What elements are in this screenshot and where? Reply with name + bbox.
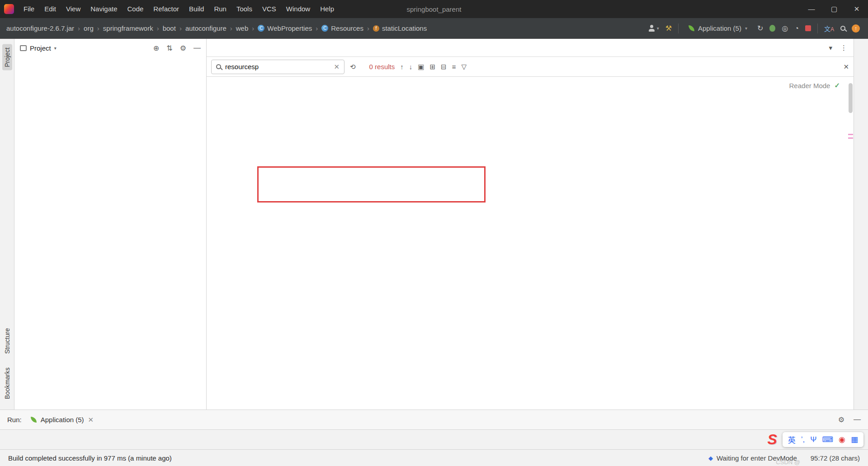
menu-edit[interactable]: Edit [39,0,61,18]
collapse-all-icon[interactable]: ⇅ [166,44,172,52]
sidebar-item-bookmarks[interactable]: Bookmarks [2,364,12,402]
reader-mode-toggle[interactable]: Reader Mode ✓ [789,81,840,89]
close-run-tab-icon[interactable]: ✕ [88,416,94,424]
breadcrumb-separator: › [155,24,161,32]
minimize-button[interactable]: — [800,0,823,18]
chevron-down-icon[interactable]: ▾ [54,46,57,51]
spring-leaf-icon [31,417,37,423]
breadcrumb-label: springframework [103,24,153,32]
window-controls: — ▢ ✕ [800,0,868,18]
search-input[interactable]: resourcesp [225,63,330,71]
sidebar-item-structure[interactable]: Structure [2,325,12,357]
add-search-filter-icon[interactable]: ⊞ [429,63,435,71]
project-panel-actions: ⊕ ⇅ ⚙ — [153,44,201,52]
breadcrumb-label: web [236,24,249,32]
hide-panel-icon[interactable]: — [854,415,861,424]
breadcrumb-item-boot[interactable]: boot [162,24,177,32]
tool-window-icon [20,45,27,51]
sogou-logo-icon[interactable]: S [768,431,777,448]
menu-file[interactable]: File [19,0,39,18]
menu-tools[interactable]: Tools [231,0,257,18]
close-button[interactable]: ✕ [845,0,868,18]
clear-search-icon[interactable]: ✕ [334,63,340,71]
debug-icon[interactable] [769,25,775,32]
run-panel-label: Run: [7,416,22,424]
breadcrumb-item-web[interactable]: web [235,24,250,32]
scrollbar-thumb[interactable] [849,83,853,113]
search-everywhere-icon[interactable] [840,26,845,31]
ime-language-toggle[interactable]: 英 [788,434,796,445]
user-account-button[interactable]: ▾ [648,25,659,32]
right-tool-strip [854,39,868,410]
more-options-icon[interactable]: ⋮ [840,44,847,52]
search-options-icon[interactable]: ≡ [452,63,456,71]
run-panel-tab[interactable]: Application (5) ✕ [31,416,94,424]
editor-tab-bar: ▾ ⋮ [207,39,854,57]
breadcrumb-separator: › [365,24,371,32]
search-filter-icon[interactable]: ▽ [461,63,467,71]
update-available-icon[interactable]: ↑ [852,24,860,33]
menu-run[interactable]: Run [209,0,231,18]
breadcrumb-label: autoconfigure-2.6.7.jar [6,24,74,32]
ime-pin-icon[interactable]: ◉ [839,435,845,444]
coverage-icon[interactable]: ◎ [782,24,788,33]
select-all-occurrences-icon[interactable]: ▣ [418,63,424,71]
breadcrumb-item-resources[interactable]: Resources [321,24,364,32]
close-search-icon[interactable]: ✕ [843,63,849,71]
left-tool-strip: ProjectStructureBookmarks [0,39,14,410]
menu-refactor[interactable]: Refactor [148,0,184,18]
previous-occurrence-icon[interactable]: ↑ [400,63,404,71]
editor-scrollbar[interactable] [847,77,854,410]
navigation-toolbar: autoconfigure-2.6.7.jar›org›springframew… [0,18,868,39]
profiler-icon[interactable]: ◔ [794,24,799,33]
class-icon [258,25,264,32]
change-marker [848,137,853,139]
breadcrumb-item-autoconfigure[interactable]: autoconfigure [184,24,227,32]
breadcrumb-item-org[interactable]: org [83,24,94,32]
menu-help[interactable]: Help [315,0,339,18]
settings-gear-icon[interactable]: ⚙ [838,415,844,424]
stop-icon[interactable] [805,25,811,31]
ime-punctuation-icon[interactable]: ’, [801,435,805,444]
hide-panel-icon[interactable]: — [193,44,201,52]
hidden-tabs-chevron-icon[interactable]: ▾ [829,44,832,52]
menu-navigate[interactable]: Navigate [85,0,122,18]
ime-panel: 英 ’, Ψ ⌨ ◉ ▦ [783,432,863,447]
translate-icon[interactable]: 文A [824,24,834,33]
main-area: ProjectStructureBookmarks Project ▾ ⊕ ⇅ … [0,39,868,410]
menu-vcs[interactable]: VCS [257,0,281,18]
breadcrumb-item-autoconfigure-2-6-7-jar[interactable]: autoconfigure-2.6.7.jar [5,24,75,32]
breadcrumb-item-staticlocations[interactable]: staticLocations [372,24,428,32]
search-field[interactable]: resourcesp ✕ [211,60,344,74]
title-bar: FileEditViewNavigateCodeRefactorBuildRun… [0,0,868,18]
run-configuration-selector[interactable]: Application (5) ▾ [685,23,751,34]
spring-leaf-icon [689,25,694,31]
intellij-logo-icon [4,4,14,14]
ime-grid-icon[interactable]: ▦ [851,435,858,444]
menu-build[interactable]: Build [184,0,209,18]
breadcrumb-item-springframework[interactable]: springframework [102,24,154,32]
menu-window[interactable]: Window [281,0,315,18]
code-editor[interactable]: Reader Mode ✓ [207,77,854,410]
build-status-message: Build completed successfully in 977 ms (… [8,454,172,462]
project-panel-title[interactable]: Project [30,44,51,52]
breadcrumb-separator: › [76,24,82,32]
exclude-search-filter-icon[interactable]: ⊟ [441,63,447,71]
search-history-icon[interactable]: ⟲ [350,63,356,71]
rerun-icon[interactable]: ↻ [757,24,763,33]
settings-gear-icon[interactable]: ⚙ [180,44,186,52]
keyboard-icon[interactable]: ⌨ [822,435,834,444]
menu-view[interactable]: View [61,0,85,18]
breadcrumb-label: org [84,24,94,32]
maximize-button[interactable]: ▢ [823,0,845,18]
status-bar: Build completed successfully in 977 ms (… [0,449,868,466]
next-occurrence-icon[interactable]: ↓ [409,63,413,71]
sidebar-item-project[interactable]: Project [2,44,12,71]
microphone-icon[interactable]: Ψ [810,435,816,444]
build-hammer-icon[interactable]: ⚒ [665,24,672,33]
locate-file-icon[interactable]: ⊕ [153,44,159,52]
menu-code[interactable]: Code [122,0,148,18]
breadcrumb-item-webproperties[interactable]: WebProperties [257,24,313,32]
caret-position-widget[interactable]: 95:72 (28 chars) [811,454,860,462]
project-panel: Project ▾ ⊕ ⇅ ⚙ — [14,39,207,410]
